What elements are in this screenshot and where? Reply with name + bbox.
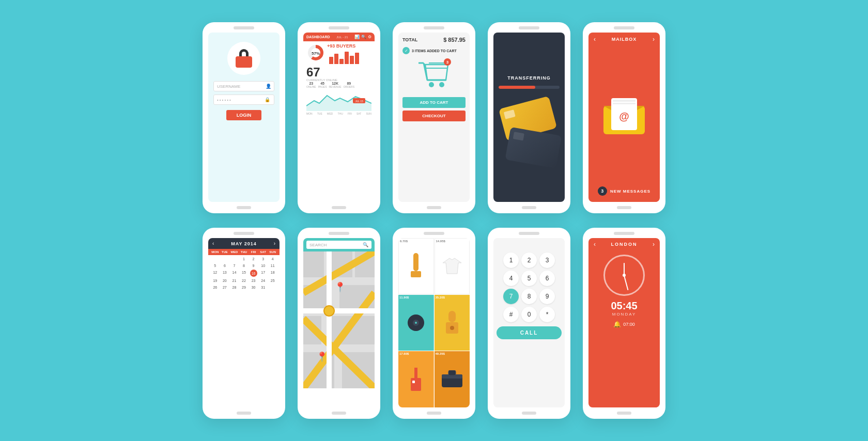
next-city-arrow[interactable]: ›: [653, 241, 655, 248]
bar-chart: [329, 49, 371, 64]
cart-icon-area: 3: [402, 60, 466, 89]
message-count-badge: 3: [598, 186, 607, 196]
home-btn: [427, 412, 441, 415]
calendar-header: ‹ MAY 2014 ›: [208, 238, 280, 249]
clock-screen: ‹ LONDON › 05:45 MONDAY 🔔 07:00: [588, 238, 660, 407]
key-2[interactable]: 2: [521, 253, 537, 268]
clock-day-display: MONDAY: [612, 312, 637, 317]
home-btn: [237, 206, 251, 209]
dialer-keypad: 1 2 3 4 5 6 7 8 9 # 0 *: [503, 253, 555, 322]
phone-mailbox: ‹ MAILBOX › @: [583, 22, 665, 213]
settings-icon[interactable]: ⚙: [368, 35, 371, 39]
mailbox-icon-area: @: [603, 46, 645, 186]
svg-rect-42: [412, 381, 415, 383]
buyers-info: +93 BUYERS: [327, 43, 371, 64]
map-area: 📍 📍: [303, 251, 375, 407]
svg-rect-37: [448, 311, 456, 322]
check-icon: ✓: [402, 47, 410, 54]
shop-item-6[interactable]: 49.35$: [435, 351, 470, 407]
mailbox-nav: ‹ MAILBOX ›: [588, 33, 660, 46]
chart-icon: 📊: [354, 35, 360, 39]
phone-notch: [329, 26, 349, 29]
key-3[interactable]: 3: [539, 253, 555, 268]
shop-item-4[interactable]: 35.20$: [435, 295, 470, 351]
forward-arrow[interactable]: ›: [653, 36, 655, 43]
key-9[interactable]: 9: [539, 289, 555, 304]
mailbox-screen: ‹ MAILBOX › @: [588, 33, 660, 202]
home-btn: [617, 206, 631, 209]
phone-transfer: TRANSFERRING CANCEL: [488, 22, 570, 213]
transfer-screen: TRANSFERRING CANCEL: [493, 33, 565, 202]
phone-clock: ‹ LONDON › 05:45 MONDAY 🔔 07:00: [583, 228, 665, 419]
phone-notch: [424, 232, 444, 235]
key-5[interactable]: 5: [521, 271, 537, 286]
clock-time-display: 05:45: [611, 300, 637, 312]
total-price: $ 857.95: [443, 37, 466, 43]
days-of-week-row: MON TUE WED THU FRI SAT SUN: [208, 249, 280, 255]
svg-text:JUL 15: JUL 15: [355, 100, 363, 103]
back-arrow[interactable]: ‹: [594, 36, 596, 43]
card-dark: [505, 127, 562, 168]
shop-item-2[interactable]: 14.95$: [435, 238, 470, 294]
shop-item-1[interactable]: 6.70$: [398, 238, 434, 294]
key-4[interactable]: 4: [503, 271, 519, 286]
login-button[interactable]: LOGIN: [226, 110, 262, 120]
alarm-time: 07:00: [623, 322, 635, 327]
calendar-month-title: MAY 2014: [231, 241, 257, 246]
days-row: MON TUE WED THU FRI SAT SUN: [306, 111, 371, 116]
home-btn: [427, 206, 441, 209]
phone-map: SEARCH 🔍: [298, 228, 380, 419]
lock-icon: [236, 49, 252, 68]
search-icon[interactable]: 🔍: [361, 35, 366, 39]
key-1[interactable]: 1: [503, 253, 519, 268]
svg-point-36: [415, 322, 417, 324]
key-0[interactable]: 0: [521, 307, 537, 322]
donut-chart: 57%: [306, 43, 325, 62]
shop-item-3[interactable]: 11.90$: [398, 295, 434, 351]
phone-notch: [234, 232, 254, 235]
shop-screen: 6.70$ 14.95$ 11.90$ 35.20$ 17.60$: [398, 238, 470, 407]
calendar-body: 1234 567891011 12131415161718 1920212223…: [208, 255, 280, 407]
username-field[interactable]: USERNAME 👤: [213, 81, 274, 91]
lock-circle: [227, 42, 260, 75]
home-btn: [617, 412, 631, 415]
phone-cart: TOTAL $ 857.95 ✓ 3 ITEMS ADDED TO CART: [393, 22, 475, 213]
svg-point-29: [324, 306, 334, 316]
key-star[interactable]: *: [539, 307, 555, 322]
clock-nav: ‹ LONDON ›: [588, 238, 660, 250]
cart-header: TOTAL $ 857.95: [402, 37, 466, 43]
key-6[interactable]: 6: [539, 271, 555, 286]
prev-month-arrow[interactable]: ‹: [212, 241, 214, 246]
wave-chart: JUL 15: [306, 90, 371, 111]
svg-rect-32: [413, 253, 419, 271]
svg-point-39: [450, 326, 454, 330]
cart-added-text: 3 ITEMS ADDED TO CART: [412, 49, 457, 53]
add-to-cart-button[interactable]: ADD TO CART: [402, 97, 466, 108]
prev-city-arrow[interactable]: ‹: [594, 241, 596, 248]
phone-notch: [614, 232, 634, 235]
map-search-bar: SEARCH 🔍: [303, 238, 375, 251]
svg-rect-15: [303, 251, 324, 277]
key-7[interactable]: 7: [503, 289, 519, 304]
total-label: TOTAL: [402, 37, 417, 42]
next-month-arrow[interactable]: ›: [274, 241, 275, 246]
shop-item-5[interactable]: 17.60$: [398, 351, 434, 407]
search-input[interactable]: SEARCH 🔍: [306, 241, 371, 249]
key-8[interactable]: 8: [521, 289, 537, 304]
phone-login: USERNAME 👤 •••••• 🔒 LOGIN: [203, 22, 285, 213]
password-field[interactable]: •••••• 🔒: [213, 94, 274, 105]
dashboard-header: DASHBOARD JUL - 21 📊 🔍 ⚙: [303, 33, 375, 41]
dashboard-icons: 📊 🔍 ⚙: [354, 35, 371, 39]
login-screen: USERNAME 👤 •••••• 🔒 LOGIN: [208, 33, 280, 202]
svg-point-12: [429, 82, 434, 87]
mailbox-title: MAILBOX: [612, 37, 637, 42]
call-button[interactable]: CALL: [497, 326, 562, 339]
cards-area: [501, 97, 557, 138]
home-btn: [237, 412, 251, 415]
clock-face: [603, 255, 645, 296]
svg-text:📍: 📍: [334, 281, 346, 293]
key-hash[interactable]: #: [503, 307, 519, 322]
checkout-button[interactable]: CHECKOUT: [402, 111, 466, 121]
cart-added-row: ✓ 3 ITEMS ADDED TO CART: [402, 47, 466, 54]
progress-fill: [499, 86, 535, 89]
